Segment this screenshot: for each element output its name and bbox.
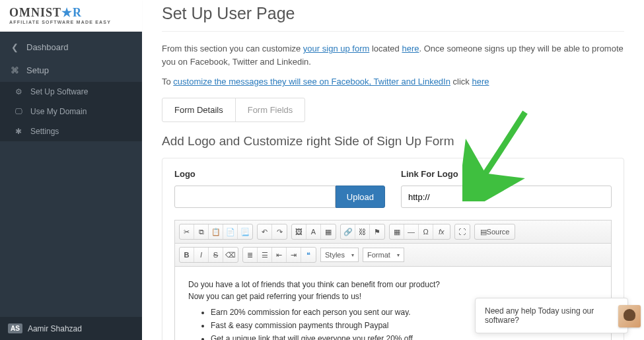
strike-icon[interactable]: S — [209, 248, 223, 262]
format-dropdown[interactable]: Format▾ — [363, 248, 404, 262]
editor-bullet: Get a unique link that will give everyon… — [211, 333, 598, 340]
cut-icon[interactable]: ✂ — [180, 224, 194, 239]
paste-word-icon[interactable]: 📃 — [238, 224, 252, 239]
nav-use-domain[interactable]: 🖵 Use My Domain — [0, 102, 142, 121]
nav-setup-label: Setup — [26, 65, 49, 75]
page-desc-2: To customize the messages they will see … — [162, 75, 624, 88]
paste-text-icon[interactable]: 📄 — [223, 224, 238, 239]
nav-settings-label: Settings — [30, 127, 59, 136]
divider — [162, 31, 624, 32]
editor-toolbar-2: B I S ⌫ ≣ ☰ ⇤ ⇥ ❝ Styles▾ Format▾ — [175, 244, 611, 267]
copy-icon[interactable]: ⧉ — [194, 224, 209, 239]
ul-icon[interactable]: ☰ — [258, 248, 272, 262]
italic-icon[interactable]: I — [194, 248, 209, 262]
editor-line: Do you have a lot of friends that you th… — [188, 279, 598, 290]
outdent-icon[interactable]: ⇤ — [272, 248, 287, 262]
nav-setup-software[interactable]: ⚙ Set Up Software — [0, 82, 142, 102]
link-here-1[interactable]: here — [402, 44, 419, 53]
link-icon[interactable]: 🔗 — [341, 224, 355, 239]
special-char-icon[interactable]: Ω — [419, 224, 433, 239]
user-bar[interactable]: AS Aamir Shahzad — [0, 317, 142, 340]
brand-logo: OMNIST★R AFFILIATE SOFTWARE MADE EASY — [0, 0, 142, 32]
bg-color-icon[interactable]: ▦ — [321, 224, 336, 239]
link-here-2[interactable]: here — [472, 77, 489, 86]
gear-icon: ⚙ — [13, 87, 24, 96]
link-customize-messages[interactable]: customize the messages they will see on … — [173, 77, 450, 86]
chat-message: Need any help Today using our software? — [485, 306, 618, 325]
tabs: Form Details Form Fields — [162, 98, 305, 122]
indent-icon[interactable]: ⇥ — [287, 248, 301, 262]
user-name: Aamir Shahzad — [28, 324, 82, 333]
nav-setup[interactable]: ⌘ Setup — [0, 59, 142, 82]
link-for-logo-input[interactable] — [401, 186, 612, 208]
image-icon[interactable]: 🖼 — [292, 224, 306, 239]
cog-icon: ✱ — [13, 127, 24, 136]
chevron-down-icon: ▾ — [351, 252, 354, 258]
chat-avatar — [618, 305, 641, 327]
anchor-icon[interactable]: ⚑ — [370, 224, 384, 239]
hr-icon[interactable]: — — [404, 224, 419, 239]
ol-icon[interactable]: ≣ — [243, 248, 258, 262]
nav-use-domain-label: Use My Domain — [30, 107, 87, 116]
section-heading: Add Logo and Customize right Side of Sig… — [162, 134, 624, 149]
logo-file-input[interactable] — [174, 186, 336, 208]
undo-icon[interactable]: ↶ — [258, 224, 272, 239]
tab-form-fields[interactable]: Form Fields — [235, 98, 305, 121]
bold-icon[interactable]: B — [180, 248, 194, 262]
unlink-icon[interactable]: ⛓ — [355, 224, 370, 239]
remove-format-icon[interactable]: ⌫ — [223, 248, 238, 262]
nav-settings[interactable]: ✱ Settings — [0, 121, 142, 141]
logo-label: Logo — [174, 169, 385, 179]
link-for-logo-label: Link For Logo — [401, 169, 612, 179]
editor-toolbar: ✂ ⧉ 📋 📄 📃 ↶ ↷ 🖼 A ▦ 🔗 ⛓ — [175, 221, 611, 244]
styles-dropdown[interactable]: Styles▾ — [320, 248, 359, 262]
fx-icon[interactable]: fx — [433, 224, 450, 239]
nav-dashboard-label: Dashboard — [26, 42, 69, 52]
page-desc-1: From this section you can customize your… — [162, 42, 624, 69]
nav-setup-software-label: Set Up Software — [30, 87, 88, 96]
page-title: Set Up User Page — [162, 4, 624, 23]
dashboard-icon: ⌘ — [9, 65, 20, 75]
table-icon[interactable]: ▦ — [390, 224, 404, 239]
text-color-icon[interactable]: A — [306, 224, 321, 239]
paste-icon[interactable]: 📋 — [209, 224, 223, 239]
user-initials-badge: AS — [8, 323, 22, 333]
link-signup-form[interactable]: your sign up form — [303, 44, 369, 53]
redo-icon[interactable]: ↷ — [272, 224, 287, 239]
upload-button[interactable]: Upload — [336, 186, 385, 208]
maximize-icon[interactable]: ⛶ — [455, 224, 470, 239]
chevron-left-icon: ❮ — [9, 42, 20, 52]
chevron-down-icon: ▾ — [397, 252, 400, 258]
tab-form-details[interactable]: Form Details — [162, 98, 235, 121]
blockquote-icon[interactable]: ❝ — [301, 248, 316, 262]
help-chat-popup[interactable]: Need any help Today using our software? — [475, 298, 628, 333]
monitor-icon: 🖵 — [13, 107, 24, 116]
source-button[interactable]: ▤ Source — [475, 224, 515, 239]
nav-dashboard[interactable]: ❮ Dashboard — [0, 36, 142, 59]
